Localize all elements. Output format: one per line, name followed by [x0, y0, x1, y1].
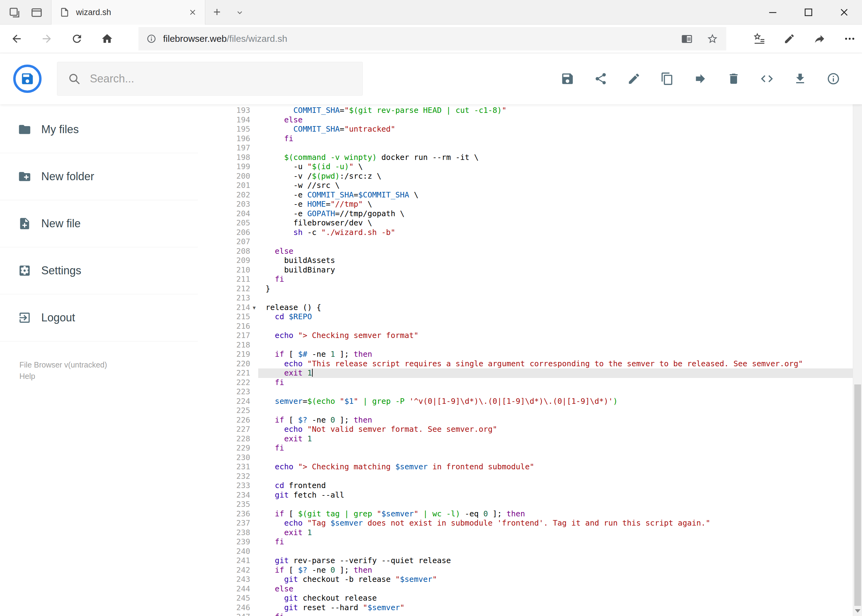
code-line[interactable]: 224 semver=$(echo "$1" | grep -P '^v(0|[… — [198, 397, 853, 406]
set-tabs-aside-button[interactable] — [7, 6, 22, 20]
code-line[interactable]: 238 exit 1 — [198, 528, 853, 537]
code-line[interactable]: 204 -e GOPATH=//tmp/gopath \ — [198, 209, 853, 218]
search-input[interactable] — [90, 72, 336, 85]
site-info-icon[interactable] — [147, 34, 156, 44]
info-button[interactable] — [826, 72, 840, 86]
code-line[interactable]: 236 if [ $(git tag | grep "$semver" | wc… — [198, 509, 853, 519]
code-line[interactable]: 237 echo "Tag $semver does not exist in … — [198, 519, 853, 528]
code-line[interactable]: 199 -u "$(id -u)" \ — [198, 162, 853, 171]
refresh-button[interactable] — [71, 33, 83, 45]
code-line[interactable]: 221 exit 1 — [198, 368, 853, 378]
reading-view-button[interactable] — [681, 33, 692, 44]
sidebar-item-new-folder[interactable]: New folder — [0, 153, 198, 200]
address-bar[interactable]: filebrowser.web/files/wizard.sh — [139, 27, 726, 50]
code-line[interactable]: 244 else — [198, 584, 853, 594]
back-button[interactable] — [11, 33, 23, 45]
code-line[interactable]: 229 fi — [198, 443, 853, 453]
settings-more-button[interactable] — [843, 33, 856, 45]
sidebar-item-my-files[interactable]: My files — [0, 106, 198, 153]
code-editor[interactable]: 193 COMMIT_SHA="$(git rev-parse HEAD | c… — [198, 104, 853, 616]
close-window-button[interactable] — [826, 0, 862, 25]
search-box[interactable] — [57, 62, 363, 96]
code-line[interactable]: 241 git rev-parse --verify --quiet relea… — [198, 556, 853, 566]
app-version-text: File Browser v(untracked) — [19, 359, 107, 371]
hub-favorites-button[interactable] — [753, 33, 765, 45]
code-line[interactable]: 245 git checkout release — [198, 594, 853, 603]
new-tab-button[interactable] — [212, 7, 222, 17]
code-line[interactable]: 222 fi — [198, 378, 853, 388]
rename-button[interactable] — [627, 72, 641, 86]
code-line[interactable]: 223 — [198, 387, 853, 397]
sidebar-item-logout[interactable]: Logout — [0, 294, 198, 341]
code-line[interactable]: 205 filebrowser/dev \ — [198, 218, 853, 228]
help-link[interactable]: Help — [19, 371, 107, 382]
code-line[interactable]: 195 COMMIT_SHA="untracked" — [198, 124, 853, 134]
home-button[interactable] — [101, 33, 113, 45]
raw-view-button[interactable] — [760, 72, 774, 86]
web-note-button[interactable] — [783, 33, 796, 45]
close-icon — [838, 6, 850, 19]
code-line[interactable]: 214▾release () { — [198, 303, 853, 313]
scrollbar-down-arrow[interactable] — [855, 609, 860, 613]
copy-button[interactable] — [660, 72, 674, 86]
code-line[interactable]: 235 — [198, 500, 853, 509]
code-line[interactable]: 196 fi — [198, 134, 853, 144]
code-line[interactable]: 226 if [ $? -ne 0 ]; then — [198, 415, 853, 425]
code-line[interactable]: 220 echo "This release script requires a… — [198, 359, 853, 369]
code-line[interactable]: 232 — [198, 472, 853, 481]
code-line[interactable]: 200 -v /$(pwd):/src:z \ — [198, 171, 853, 181]
code-line[interactable]: 213 — [198, 293, 853, 303]
code-line[interactable]: 227 echo "Not valid semver format. See s… — [198, 425, 853, 434]
minimize-button[interactable] — [755, 0, 791, 25]
delete-button[interactable] — [726, 72, 741, 86]
code-line[interactable]: 208 else — [198, 247, 853, 256]
code-line[interactable]: 212} — [198, 284, 853, 294]
tab-preview-button[interactable] — [30, 6, 44, 20]
move-button[interactable] — [693, 72, 708, 86]
code-line[interactable]: 193 COMMIT_SHA="$(git rev-parse HEAD | c… — [198, 106, 853, 115]
share-page-button[interactable] — [813, 33, 826, 45]
tab-list-chevron-button[interactable] — [235, 8, 244, 17]
code-line[interactable]: 209 buildAssets — [198, 256, 853, 266]
code-line[interactable]: 215 cd $REPO — [198, 312, 853, 322]
download-button[interactable] — [793, 72, 807, 86]
sidebar-item-new-file[interactable]: New file — [0, 200, 198, 247]
code-line[interactable]: 234 git fetch --all — [198, 490, 853, 500]
scrollbar-thumb[interactable] — [854, 384, 861, 606]
code-line[interactable]: 201 -w //src \ — [198, 181, 853, 190]
code-line[interactable]: 202 -e COMMIT_SHA=$COMMIT_SHA \ — [198, 190, 853, 200]
forward-button[interactable] — [41, 33, 53, 45]
code-line[interactable]: 217 echo "> Checking semver format" — [198, 331, 853, 341]
code-line[interactable]: 225 — [198, 406, 853, 415]
code-line[interactable]: 218 — [198, 341, 853, 350]
code-line[interactable]: 228 exit 1 — [198, 434, 853, 444]
add-favorite-button[interactable] — [707, 33, 718, 45]
code-line[interactable]: 240 — [198, 547, 853, 556]
code-line[interactable]: 206 sh -c "./wizard.sh -b" — [198, 228, 853, 237]
code-line[interactable]: 211 fi — [198, 275, 853, 284]
code-line[interactable]: 216 — [198, 322, 853, 331]
code-line[interactable]: 239 fi — [198, 537, 853, 547]
code-line[interactable]: 207 — [198, 237, 853, 247]
browser-tab[interactable]: wizard.sh — [51, 0, 205, 25]
tab-close-icon[interactable] — [188, 8, 197, 17]
code-line[interactable]: 230 — [198, 453, 853, 462]
code-line[interactable]: 198 $(command -v winpty) docker run --rm… — [198, 153, 853, 162]
code-line[interactable]: 246 git reset --hard "$semver" — [198, 603, 853, 613]
maximize-button[interactable] — [791, 0, 826, 25]
save-button[interactable] — [560, 72, 575, 86]
code-line[interactable]: 243 git checkout -b release "$semver" — [198, 575, 853, 584]
sidebar-item-settings[interactable]: Settings — [0, 247, 198, 294]
code-line[interactable]: 231 echo "> Checking matching $semver in… — [198, 462, 853, 472]
code-line[interactable]: 219 if [ $# -ne 1 ]; then — [198, 350, 853, 359]
code-line[interactable]: 203 -e HOME="//tmp" \ — [198, 200, 853, 209]
code-line[interactable]: 242 if [ $? -ne 0 ]; then — [198, 566, 853, 575]
code-line[interactable]: 197 — [198, 143, 853, 153]
page-scrollbar[interactable] — [853, 53, 862, 616]
code-line[interactable]: 247 fi — [198, 612, 853, 616]
code-line[interactable]: 194 else — [198, 115, 853, 125]
fold-marker-icon[interactable]: ▾ — [250, 303, 258, 313]
code-line[interactable]: 210 buildBinary — [198, 266, 853, 275]
share-button[interactable] — [594, 72, 608, 86]
code-line[interactable]: 233 cd frontend — [198, 481, 853, 490]
